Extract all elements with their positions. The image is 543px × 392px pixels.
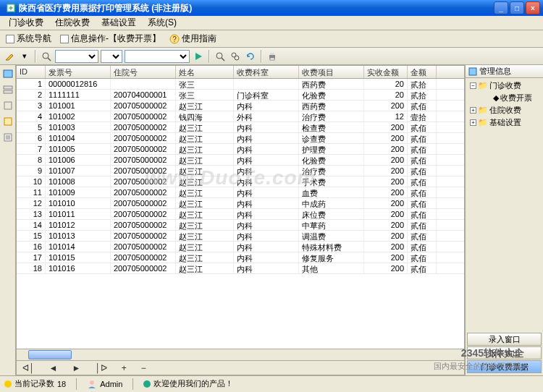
tree-header: 管理信息 <box>466 65 543 78</box>
svg-point-4 <box>216 53 222 59</box>
table-row[interactable]: 100000012816张三西药费20贰拾 <box>17 79 464 90</box>
folder-icon: 📁 <box>478 118 488 127</box>
watermark-foot: 国内最安全的软件下载站 <box>434 361 521 372</box>
edit-icon[interactable] <box>3 50 16 63</box>
col-item[interactable]: 收费项目 <box>299 66 364 78</box>
svg-rect-14 <box>4 118 12 125</box>
folder-icon: 📁 <box>478 81 488 90</box>
app-icon <box>6 3 16 13</box>
table-row[interactable]: 8101006200705000002赵三江内科化验费200贰佰 <box>17 155 464 166</box>
status-dot-icon <box>4 380 12 388</box>
side-btn-3[interactable] <box>2 100 14 111</box>
filter-select-2[interactable] <box>101 50 122 63</box>
menu-settings[interactable]: 基础设置 <box>96 15 142 30</box>
refresh-icon[interactable] <box>244 50 257 63</box>
nav-next[interactable]: ► <box>72 363 80 373</box>
col-invoice[interactable]: 发票号 <box>46 66 111 78</box>
table-row[interactable]: 10101008200705000002赵三江内科手术费200贰佰 <box>17 176 464 187</box>
svg-text:?: ? <box>172 35 177 43</box>
toolbar-info: 系统导航 信息操作-【收费开票】 ? 使用指南 <box>0 30 543 48</box>
svg-rect-12 <box>4 90 12 93</box>
table-row[interactable]: 17101015200705000002赵三江内科修复服务200贰佰 <box>17 252 464 263</box>
tree-inpatient[interactable]: 住院收费 <box>489 105 521 116</box>
table-row[interactable]: 18101016200705000002赵三江内科其他200贰佰 <box>17 263 464 274</box>
table-row[interactable]: 6101004200705000002赵三江内科诊查费200贰佰 <box>17 133 464 144</box>
grid-body[interactable]: 100000012816张三西药费20贰拾2111111120070400000… <box>17 79 464 349</box>
nav-last[interactable]: │ᐅ <box>95 363 107 373</box>
svg-point-6 <box>235 56 239 60</box>
print-icon[interactable] <box>266 50 279 63</box>
expand-icon[interactable]: + <box>470 119 476 126</box>
maximize-button[interactable]: □ <box>510 1 524 14</box>
h-scrollbar[interactable] <box>17 349 464 360</box>
table-row[interactable]: 21111111200704000001张三门诊科室化验费20贰拾 <box>17 90 464 101</box>
record-count: 18 <box>57 380 66 388</box>
tree-billing[interactable]: 收费开票 <box>500 93 532 103</box>
guide-button[interactable]: ? 使用指南 <box>167 32 219 46</box>
col-amount[interactable]: 实收金额 <box>364 66 408 78</box>
filter-select-3[interactable] <box>125 50 190 63</box>
filter-select-1[interactable] <box>55 50 98 63</box>
col-name[interactable]: 姓名 <box>176 66 234 78</box>
table-row[interactable]: 7101005200705000002赵三江内科护理费200贰佰 <box>17 144 464 155</box>
find-icon[interactable] <box>214 50 227 63</box>
titlebar: 陕西省医疗费用票据打印管理系统 (非注册版) _ □ × <box>0 0 543 16</box>
menu-system[interactable]: 系统(S) <box>142 15 182 30</box>
nav-add[interactable]: + <box>122 363 127 373</box>
svg-rect-13 <box>4 102 12 109</box>
dropdown-icon[interactable]: ▾ <box>18 50 31 63</box>
table-row[interactable]: 15101013200705000002赵三江内科调温费200贰佰 <box>17 231 464 242</box>
btn-input-window[interactable]: 录入窗口 <box>467 333 542 346</box>
table-row[interactable]: 4101002200705000002钱四海外科治疗费12壹拾 <box>17 111 464 122</box>
table-row[interactable]: 3101001200705000002赵三江内科西药费200贰佰 <box>17 101 464 111</box>
menu-outpatient[interactable]: 门诊收费 <box>3 15 49 30</box>
side-toolbar <box>0 65 16 375</box>
expand-icon[interactable]: − <box>470 82 476 89</box>
tree-view[interactable]: −📁门诊收费 ◆收费开票 +📁住院收费 +📁基础设置 <box>466 78 543 331</box>
side-btn-2[interactable] <box>2 84 14 95</box>
run-icon[interactable] <box>192 50 205 63</box>
col-amount-cn[interactable]: 金额 <box>408 66 437 78</box>
data-grid: ID 发票号 住院号 姓名 收费科室 收费项目 实收金额 金额 10000001… <box>16 65 465 375</box>
nav-first[interactable]: ᐊ│ <box>22 363 35 373</box>
help-icon: ? <box>169 34 180 44</box>
table-row[interactable]: 5101003200705000002赵三江内科检查费200贰佰 <box>17 122 464 133</box>
menubar: 门诊收费 住院收费 基础设置 系统(S) <box>0 16 543 30</box>
nav-del[interactable]: − <box>141 363 146 373</box>
side-btn-5[interactable] <box>2 132 14 143</box>
svg-rect-8 <box>270 53 274 55</box>
status-dot-icon <box>143 380 151 388</box>
nav-button[interactable]: 系统导航 <box>3 32 54 46</box>
tree-outpatient[interactable]: 门诊收费 <box>489 80 521 91</box>
filter-icon[interactable] <box>229 50 242 63</box>
expand-icon[interactable]: + <box>470 107 476 114</box>
table-row[interactable]: 12101010200705000002赵三江内科中成药200贰佰 <box>17 198 464 209</box>
svg-rect-11 <box>4 86 12 89</box>
table-row[interactable]: 13101011200705000002赵三江内科床位费200贰佰 <box>17 209 464 220</box>
table-row[interactable]: 16101014200705000002赵三江内科特殊材料费200贰佰 <box>17 242 464 252</box>
record-count-label: 当前记录数 <box>14 378 54 389</box>
col-hospital[interactable]: 住院号 <box>111 66 176 78</box>
svg-point-17 <box>90 380 94 385</box>
col-dept[interactable]: 收费科室 <box>234 66 299 78</box>
close-button[interactable]: × <box>526 1 540 14</box>
welcome-text: 欢迎使用我们的产品！ <box>153 378 233 389</box>
watermark-brand: 2345软件大全 <box>461 347 524 360</box>
folder-icon: 📁 <box>478 106 488 115</box>
table-row[interactable]: 11101009200705000002赵三江内科血费200贰佰 <box>17 187 464 198</box>
toolbar-actions: ▾ <box>0 48 543 65</box>
tree-settings[interactable]: 基础设置 <box>489 117 521 128</box>
table-row[interactable]: 9101007200705000002赵三江内科治疗费200贰佰 <box>17 166 464 176</box>
statusbar: 当前记录数 18 Admin 欢迎使用我们的产品！ <box>0 375 543 391</box>
menu-inpatient[interactable]: 住院收费 <box>49 15 96 30</box>
search1-icon[interactable] <box>40 50 53 63</box>
side-btn-1[interactable] <box>2 68 14 80</box>
side-btn-4[interactable] <box>2 116 14 127</box>
info-operation[interactable]: 信息操作-【收费开票】 <box>57 32 164 46</box>
svg-rect-10 <box>4 70 12 77</box>
right-panel: 管理信息 −📁门诊收费 ◆收费开票 +📁住院收费 +📁基础设置 录入窗口 报表输… <box>465 65 543 375</box>
minimize-button[interactable]: _ <box>494 1 508 14</box>
nav-prev[interactable]: ◄ <box>49 363 58 373</box>
col-id[interactable]: ID <box>17 66 46 78</box>
table-row[interactable]: 14101012200705000002赵三江内科中草药200贰佰 <box>17 220 464 231</box>
